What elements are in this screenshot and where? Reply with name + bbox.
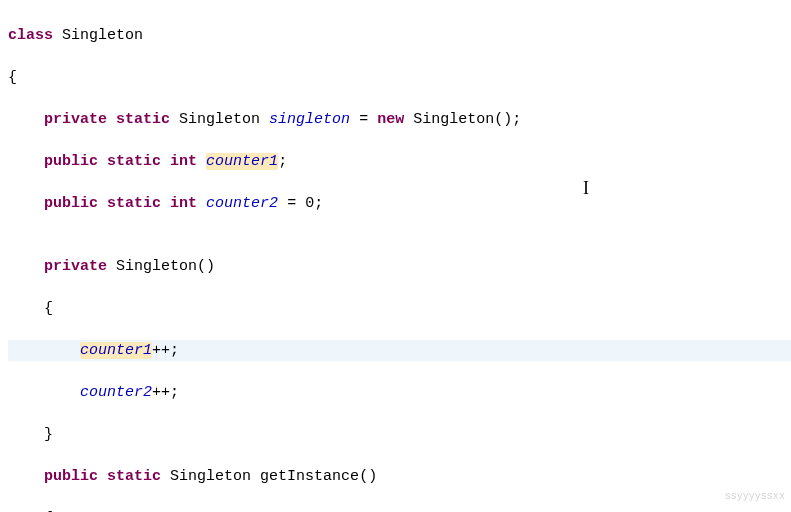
keyword: public [44,153,98,170]
operator: ++; [152,342,179,359]
keyword: static [116,111,170,128]
code-line: } [8,424,791,445]
code-line: private static Singleton singleton = new… [8,109,791,130]
keyword: new [377,111,404,128]
current-line: counter1++; [8,340,791,361]
punct: ; [278,153,287,170]
method-decl: getInstance() [260,468,377,485]
keyword: private [44,111,107,128]
keyword: private [44,258,107,275]
field-ref: singleton [269,111,350,128]
operator: ++; [152,384,179,401]
code-editor[interactable]: class Singleton { private static Singlet… [0,0,791,512]
keyword: int [170,195,197,212]
code-line: private Singleton() [8,256,791,277]
watermark: ssyyyyssxx [725,485,785,506]
brace: } [44,426,53,443]
code-line: counter2++; [8,382,791,403]
type: Singleton [170,468,251,485]
code-line: { [8,298,791,319]
punct: = 0; [278,195,323,212]
code-line: class Singleton [8,25,791,46]
keyword: static [107,468,161,485]
code-line: public static int counter2 = 0; [8,193,791,214]
keyword: public [44,195,98,212]
code-line: { [8,508,791,512]
operator: = [350,111,377,128]
brace: { [8,69,17,86]
field-ref: counter2 [206,195,278,212]
keyword: static [107,195,161,212]
class-name: Singleton [62,27,143,44]
code-line: public static int counter1; [8,151,791,172]
keyword: public [44,468,98,485]
code-line: public static Singleton getInstance() [8,466,791,487]
constructor-decl: Singleton() [116,258,215,275]
field-highlight: counter1 [80,342,152,359]
field-highlight: counter1 [206,153,278,170]
brace: { [44,300,53,317]
keyword: static [107,153,161,170]
code-line: { [8,67,791,88]
keyword: class [8,27,53,44]
type: Singleton [179,111,260,128]
field-ref: counter2 [80,384,152,401]
constructor-call: Singleton(); [413,111,521,128]
keyword: int [170,153,197,170]
